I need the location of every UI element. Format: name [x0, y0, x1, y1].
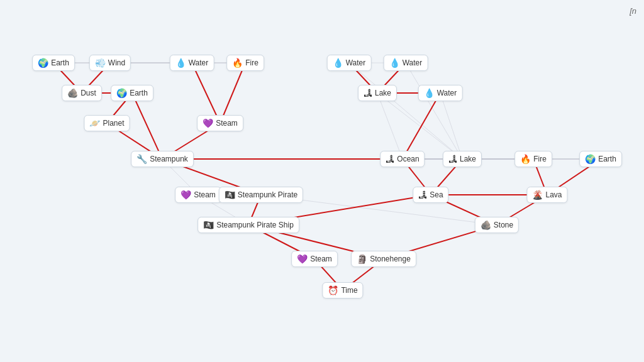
node-label-time1: Time — [341, 286, 357, 295]
svg-line-11 — [440, 93, 462, 159]
node-water3[interactable]: 💧Water — [384, 55, 428, 71]
node-icon-steam2: 💜 — [180, 190, 191, 200]
node-lava1[interactable]: 🌋Lava — [526, 187, 567, 203]
graph-container: 🌍Earth💨Wind💧Water🔥Fire💧Water💧Water🪨Dust🌍… — [0, 0, 644, 362]
node-label-fire1: Fire — [245, 58, 258, 67]
node-earth3[interactable]: 🌍Earth — [579, 151, 622, 167]
node-steampunkpirate[interactable]: 🏴‍☠️Steampunk Pirate — [219, 187, 303, 203]
node-label-dust1: Dust — [80, 89, 96, 97]
svg-line-29 — [132, 93, 162, 159]
node-label-steampunkpirateship: Steampunk Pirate Ship — [216, 221, 294, 229]
svg-line-8 — [406, 63, 462, 159]
node-label-earth3: Earth — [598, 155, 616, 163]
node-label-steampunkpirate: Steampunk Pirate — [238, 190, 297, 199]
node-label-water3: Water — [402, 58, 423, 67]
node-icon-lake1: 🏞 — [364, 88, 372, 98]
svg-line-37 — [402, 93, 440, 159]
node-time1[interactable]: ⏰Time — [322, 282, 363, 299]
node-label-fire2: Fire — [533, 155, 547, 163]
node-label-sea1: Sea — [430, 190, 443, 199]
node-label-stonehenge1: Stonehenge — [370, 255, 411, 263]
node-icon-steampunk1: 🔧 — [136, 154, 147, 164]
node-steampunkpirateship[interactable]: 🏴‍☠️Steampunk Pirate Ship — [197, 217, 299, 233]
node-label-steampunk1: Steampunk — [150, 155, 188, 163]
node-icon-stone1: 🪨 — [480, 220, 491, 230]
node-label-ocean1: Ocean — [397, 155, 419, 163]
node-stonehenge1[interactable]: 🗿Stonehenge — [351, 251, 416, 267]
node-label-earth1: Earth — [51, 58, 69, 67]
node-icon-fire1: 🔥 — [232, 58, 243, 68]
node-label-steam3: Steam — [310, 255, 332, 263]
node-label-wind1: Wind — [108, 58, 125, 67]
node-lake2[interactable]: 🏞Lake — [443, 151, 482, 167]
node-icon-steampunkpirateship: 🏴‍☠️ — [203, 220, 214, 230]
node-label-lava1: Lava — [545, 190, 562, 199]
node-icon-lava1: 🌋 — [532, 190, 543, 200]
node-steam3[interactable]: 💜Steam — [291, 251, 338, 267]
node-label-lake1: Lake — [375, 89, 391, 97]
node-dust1[interactable]: 🪨Dust — [62, 85, 102, 101]
node-icon-wind1: 💨 — [95, 58, 106, 68]
node-icon-lake2: 🏞 — [448, 154, 457, 164]
node-icon-planet1: 🪐 — [89, 118, 100, 128]
node-label-water1: Water — [189, 58, 209, 67]
node-stone1[interactable]: 🪨Stone — [475, 217, 519, 233]
node-lake1[interactable]: 🏞Lake — [358, 85, 397, 101]
node-label-water4: Water — [437, 89, 457, 97]
node-ocean1[interactable]: 🏞Ocean — [380, 151, 425, 167]
node-icon-fire2: 🔥 — [520, 154, 531, 164]
node-icon-ocean1: 🏞 — [386, 154, 394, 164]
svg-line-7 — [349, 63, 462, 159]
node-icon-earth3: 🌍 — [585, 154, 596, 164]
node-icon-sea1: 🏞 — [418, 190, 427, 200]
node-fire1[interactable]: 🔥Fire — [226, 55, 264, 71]
node-steam1[interactable]: 💜Steam — [197, 115, 243, 131]
node-label-steam2: Steam — [194, 190, 216, 199]
node-wind1[interactable]: 💨Wind — [89, 55, 131, 71]
node-icon-steam1: 💜 — [203, 118, 213, 128]
node-planet1[interactable]: 🪐Planet — [84, 115, 130, 131]
node-icon-stonehenge1: 🗿 — [357, 254, 367, 264]
node-earth1[interactable]: 🌍Earth — [32, 55, 75, 71]
node-label-planet1: Planet — [103, 119, 124, 128]
node-fire2[interactable]: 🔥Fire — [514, 151, 552, 167]
node-earth2[interactable]: 🌍Earth — [111, 85, 153, 101]
node-label-stone1: Stone — [494, 221, 513, 229]
node-label-lake2: Lake — [460, 155, 476, 163]
svg-line-9 — [377, 93, 462, 159]
svg-line-10 — [377, 93, 402, 159]
node-icon-time1: ⏰ — [328, 285, 338, 295]
node-steam2[interactable]: 💜Steam — [175, 187, 221, 203]
node-icon-water1: 💧 — [175, 58, 186, 68]
node-sea1[interactable]: 🏞Sea — [413, 187, 448, 203]
node-icon-water2: 💧 — [333, 58, 343, 68]
node-icon-dust1: 🪨 — [67, 88, 78, 98]
node-label-steam1: Steam — [216, 119, 238, 128]
node-icon-steampunkpirate: 🏴‍☠️ — [225, 190, 235, 200]
node-icon-earth2: 🌍 — [116, 88, 127, 98]
node-label-earth2: Earth — [130, 89, 148, 97]
node-water1[interactable]: 💧Water — [170, 55, 214, 71]
svg-line-31 — [192, 63, 220, 123]
node-icon-steam3: 💜 — [297, 254, 308, 264]
svg-line-32 — [220, 63, 245, 123]
corner-label: [n — [630, 6, 636, 16]
node-icon-water4: 💧 — [424, 88, 435, 98]
node-water4[interactable]: 💧Water — [418, 85, 463, 101]
node-water2[interactable]: 💧Water — [327, 55, 372, 71]
node-label-water2: Water — [346, 58, 366, 67]
node-icon-earth1: 🌍 — [38, 58, 48, 68]
node-steampunk1[interactable]: 🔧Steampunk — [131, 151, 194, 167]
node-icon-water3: 💧 — [389, 58, 400, 68]
